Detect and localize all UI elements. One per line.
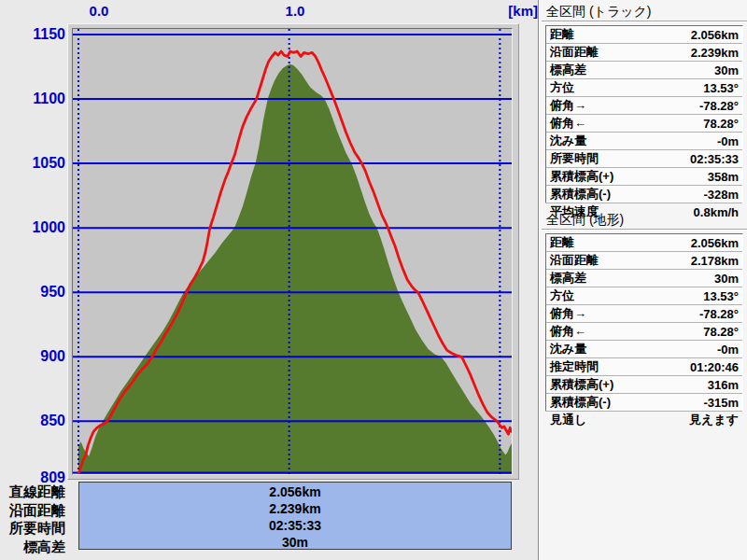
stat-label: 累積標高(+) [550, 168, 708, 185]
terrain-area [78, 64, 512, 474]
stat-value: 02:35:33 [690, 152, 739, 166]
stat-label: 俯角→ [550, 97, 699, 114]
summary-value: 2.239km [79, 500, 511, 517]
stat-label: 推定時間 [550, 358, 690, 375]
stat-label: 俯角→ [550, 305, 699, 322]
chart-region: 0.0 1.0 [km] 115011001050100095090085080… [0, 0, 538, 560]
elevation-plot-svg[interactable] [73, 29, 512, 474]
summary-label: 直線距離 [0, 483, 65, 501]
stat-value: 316m [708, 378, 739, 392]
stat-label: 距離 [550, 234, 691, 251]
stat-label: 沈み量 [550, 133, 717, 149]
stat-value: 78.28° [703, 117, 739, 131]
stat-value: 13.53° [703, 289, 739, 303]
stat-value: -78.28° [699, 99, 739, 113]
stat-value: 2.056km [691, 28, 739, 42]
stat-label: 累積標高(-) [550, 186, 703, 203]
x-axis-unit-label: [km] [493, 3, 538, 20]
stat-row: 沈み量-0m [546, 341, 742, 358]
stat-label: 所要時間 [550, 150, 690, 167]
plot-frame [67, 23, 519, 480]
x-axis-tick-label-1: 1.0 [275, 3, 316, 20]
stat-row: 俯角→-78.28° [546, 305, 742, 323]
stat-value: -0m [717, 343, 739, 357]
stat-row: 沿面距離2.239km [546, 44, 742, 62]
stat-row: 方位13.53° [546, 79, 742, 97]
stat-row: 累積標高(-)-328m [546, 186, 742, 203]
stat-label: 沿面距離 [550, 44, 691, 61]
summary-labels: 直線距離沿面距離所要時間標高差 [0, 483, 65, 555]
x-axis-tick-label-0: 0.0 [78, 3, 120, 20]
stat-row: 距離2.056km [546, 234, 742, 252]
stats-table-track: 距離2.056km沿面距離2.239km標高差30m方位13.53°俯角→-78… [545, 25, 743, 203]
panel-title-terrain: 全区間 (地形) [546, 211, 743, 229]
y-axis-tick-label: 950 [2, 283, 65, 301]
stat-value: 01:20:46 [690, 360, 739, 374]
stat-row: 推定時間01:20:46 [546, 358, 742, 376]
stat-value: -0m [717, 134, 739, 148]
stat-value: 30m [714, 63, 739, 77]
y-axis-tick-label: 1100 [2, 90, 65, 108]
stat-row: 累積標高(+)358m [546, 168, 742, 186]
elevation-plot[interactable] [72, 28, 513, 475]
stat-row: 標高差30m [546, 62, 742, 79]
y-axis-tick-label: 850 [2, 412, 65, 430]
stat-row: 俯角→-78.28° [546, 97, 742, 115]
stat-row: 沿面距離2.178km [546, 252, 742, 270]
stats-side-panel: 全区間 (トラック) 距離2.056km沿面距離2.239km標高差30m方位1… [538, 0, 747, 560]
stat-label: 方位 [550, 287, 703, 304]
y-axis-tick-label: 1050 [2, 154, 65, 173]
stat-label: 俯角← [550, 115, 703, 132]
panel-title-track: 全区間 (トラック) [546, 3, 743, 21]
summary-label: 沿面距離 [0, 501, 65, 520]
stat-value: 2.178km [691, 254, 739, 268]
stat-row: 累積標高(+)316m [546, 376, 742, 394]
stat-label: 沈み量 [550, 341, 717, 357]
stat-row: 俯角←78.28° [546, 323, 742, 341]
y-axis-tick-label: 900 [2, 347, 65, 366]
summary-value: 2.056km [79, 483, 511, 500]
stat-row: 距離2.056km [546, 26, 742, 44]
panel-rule [542, 21, 747, 21]
stat-row: 見通し見えます [546, 412, 742, 428]
stat-label: 沿面距離 [550, 252, 691, 269]
stat-row: 沈み量-0m [546, 133, 742, 150]
stat-value: 2.239km [691, 46, 739, 60]
stat-row: 所要時間02:35:33 [546, 150, 742, 168]
stat-label: 俯角← [550, 323, 703, 340]
stat-row: 標高差30m [546, 270, 742, 287]
stat-row: 俯角←78.28° [546, 115, 742, 133]
stats-table-terrain: 距離2.056km沿面距離2.178km標高差30m方位13.53°俯角→-78… [545, 233, 743, 412]
stat-value: -328m [703, 188, 739, 202]
panel-rule [542, 229, 747, 230]
stat-value: -78.28° [699, 307, 739, 321]
summary-label: 所要時間 [0, 519, 65, 538]
stat-value: -315m [703, 396, 739, 410]
stat-label: 累積標高(+) [550, 376, 708, 393]
summary-value: 02:35:33 [79, 517, 511, 534]
stat-label: 距離 [550, 26, 691, 43]
stat-row: 方位13.53° [546, 287, 742, 305]
stat-row: 累積標高(-)-315m [546, 394, 742, 412]
stat-label: 方位 [550, 79, 703, 96]
stat-label: 標高差 [550, 62, 714, 78]
stat-value: 2.056km [691, 236, 739, 250]
y-axis-tick-label: 1000 [2, 218, 65, 237]
summary-label: 標高差 [0, 538, 65, 556]
stat-value: 30m [714, 272, 739, 286]
stat-value: 見えます [689, 412, 739, 428]
stat-label: 標高差 [550, 270, 714, 287]
stat-label: 見通し [550, 412, 689, 428]
stat-value: 358m [708, 170, 739, 184]
stat-label: 累積標高(-) [550, 394, 703, 411]
summary-values-box: 2.056km2.239km02:35:3330m [78, 482, 512, 550]
stat-value: 78.28° [703, 325, 739, 339]
y-axis-tick-label: 1150 [2, 25, 65, 44]
stat-value: 13.53° [703, 81, 739, 95]
summary-value: 30m [79, 534, 511, 551]
